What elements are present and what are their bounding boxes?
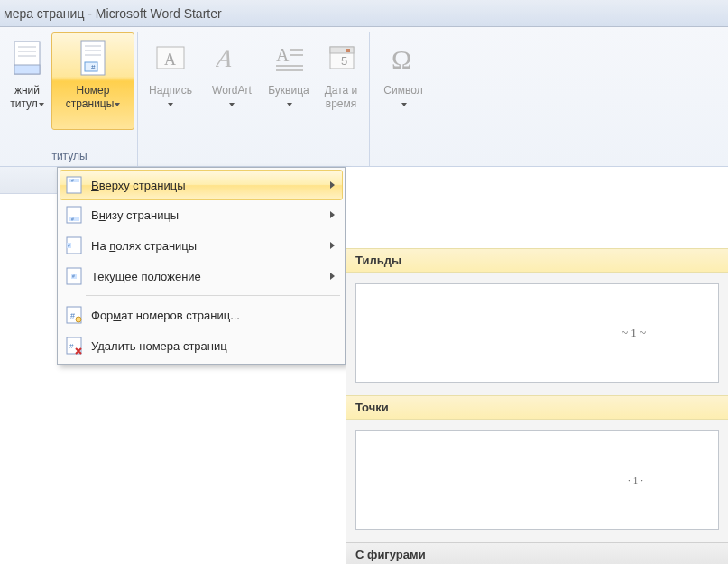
svg-text:#: # (69, 342, 74, 350)
textbox-label: Надпись (149, 84, 192, 111)
submenu-arrow-icon (330, 273, 335, 280)
page-number-button[interactable]: # Номер страницы (51, 32, 134, 130)
symbol-label: Символ (383, 84, 422, 111)
current-pos-icon: # (64, 266, 84, 286)
ribbon-group-text: A Надпись A WordArt A Буквица 5 Д (138, 32, 370, 166)
gallery-item-tilde[interactable]: ~ 1 ~ (355, 283, 719, 383)
footer-label: жний титул (10, 84, 44, 111)
menu-page-margins[interactable]: # На полях страницы (60, 230, 342, 261)
svg-rect-16 (346, 49, 350, 52)
window-title: мера страниц - Microsoft Word Starter (4, 6, 222, 21)
menu-label: Текущее положение (91, 270, 201, 283)
svg-rect-11 (276, 65, 303, 67)
svg-rect-10 (290, 54, 303, 56)
submenu-arrow-icon (330, 181, 335, 189)
page-margin-icon: # (64, 236, 84, 255)
gallery-heading-dots: Точки (346, 395, 728, 420)
datetime-label: Дата ивремя (325, 84, 358, 111)
menu-separator (86, 295, 340, 296)
svg-text:A: A (216, 44, 235, 72)
svg-text:#: # (91, 63, 96, 71)
page-number-gallery: Тильды ~ 1 ~ Точки ·1· С фигурами (346, 167, 728, 564)
textbox-button[interactable]: A Надпись (141, 32, 200, 130)
gallery-top-spacer (346, 167, 728, 248)
svg-text:A: A (164, 51, 176, 69)
gallery-heading-shapes: С фигурами (346, 542, 728, 564)
menu-label: Удалить номера страниц (91, 339, 227, 353)
svg-rect-1 (14, 65, 40, 74)
menu-format-page-numbers[interactable]: # Формат номеров страниц... (60, 300, 342, 330)
gallery-heading-tildes: Тильды (346, 248, 728, 273)
svg-text:#: # (68, 243, 70, 248)
submenu-arrow-icon (330, 211, 335, 218)
ribbon-group-symbols: Ω Символ (370, 32, 437, 166)
svg-text:A: A (276, 45, 290, 65)
symbol-icon: Ω (382, 37, 424, 79)
footer-button[interactable]: жний титул (5, 32, 50, 130)
page-bottom-icon: # (64, 205, 84, 225)
svg-text:Ω: Ω (392, 44, 411, 74)
svg-text:#: # (70, 311, 75, 320)
svg-point-32 (76, 317, 81, 322)
menu-label: На полях страницы (91, 239, 197, 253)
datetime-icon: 5 (320, 37, 362, 79)
wordart-icon: A (211, 37, 253, 79)
tab-strip-fragment (0, 167, 57, 194)
wordart-button[interactable]: A WordArt (202, 32, 262, 130)
page-number-dropdown: # Вверху страницы # Внизу страницы # На … (57, 167, 346, 365)
ribbon: жний титул # Номер страницы титулы A (0, 27, 728, 167)
title-bar: мера страниц - Microsoft Word Starter (0, 0, 728, 27)
symbol-button[interactable]: Ω Символ (373, 32, 434, 130)
dropcap-icon: A (268, 37, 309, 79)
svg-rect-9 (290, 49, 303, 51)
menu-label: Внизу страницы (91, 208, 179, 222)
format-icon: # (64, 305, 84, 325)
menu-top-of-page[interactable]: # Вверху страницы (60, 170, 343, 200)
dropcap-label: Буквица (268, 84, 309, 111)
svg-text:#: # (71, 178, 74, 183)
svg-rect-14 (330, 47, 354, 53)
svg-rect-19 (69, 179, 79, 182)
page-number-label: Номер страницы (66, 84, 121, 111)
menu-label: Вверху страницы (91, 179, 186, 192)
page-number-icon: # (72, 37, 114, 79)
datetime-button[interactable]: 5 Дата ивремя (316, 32, 366, 130)
svg-text:#: # (71, 217, 74, 222)
textbox-icon: A (150, 37, 191, 79)
gallery-item-dots[interactable]: ·1· (355, 430, 719, 530)
menu-remove-page-numbers[interactable]: # Удалить номера страниц (60, 330, 342, 361)
group-label-headers: титулы (5, 148, 134, 166)
remove-icon: # (64, 336, 84, 356)
submenu-arrow-icon (330, 242, 335, 249)
wordart-label: WordArt (212, 84, 252, 111)
thumb-preview: ~ 1 ~ (622, 326, 646, 340)
svg-text:#: # (72, 273, 75, 279)
svg-rect-22 (69, 217, 79, 221)
svg-text:5: 5 (341, 54, 347, 68)
ribbon-group-headers: жний титул # Номер страницы титулы (2, 32, 138, 166)
menu-label: Формат номеров страниц... (91, 309, 240, 322)
dropcap-button[interactable]: A Буквица (263, 32, 314, 130)
page-top-icon: # (64, 175, 84, 195)
svg-rect-12 (276, 69, 303, 71)
footer-icon (6, 37, 48, 79)
menu-current-position[interactable]: # Текущее положение (60, 261, 342, 291)
menu-bottom-of-page[interactable]: # Внизу страницы (60, 199, 342, 230)
thumb-preview: ·1· (628, 475, 646, 485)
